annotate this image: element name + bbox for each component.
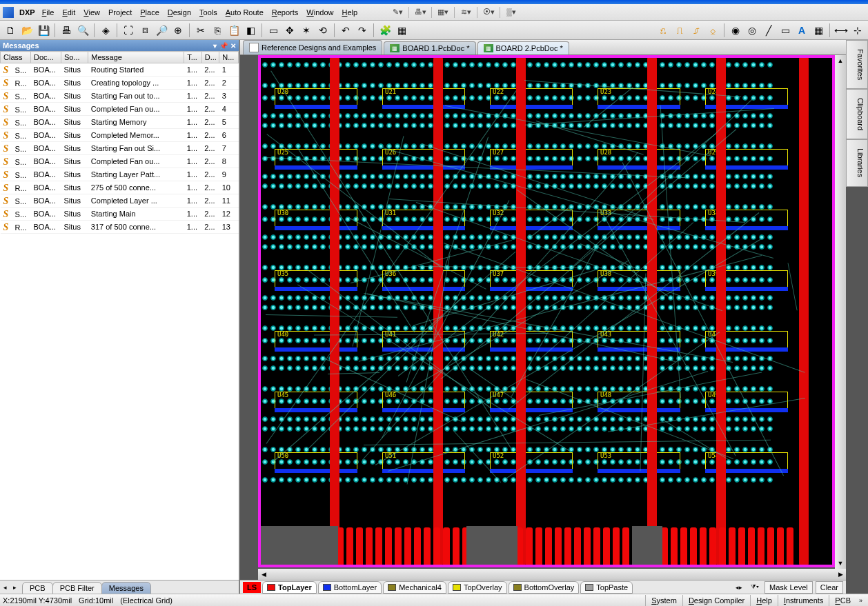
msg-header-2[interactable]: So... bbox=[61, 52, 88, 63]
qt-grid-icon[interactable]: ▒▾ bbox=[504, 6, 518, 19]
tool-array-icon[interactable]: ▦ bbox=[811, 23, 826, 38]
message-row[interactable]: S S...BOA...SitusStarting Main1...2...12 bbox=[1, 208, 239, 221]
tool-zoomin-icon[interactable]: ⊕ bbox=[170, 23, 186, 38]
pcb-viewport[interactable]: U20U21U22U23U24U25U26U27U28U29U30U31U32U… bbox=[240, 55, 846, 569]
menu-view[interactable]: View bbox=[79, 6, 104, 19]
tool-trace3-icon[interactable]: ⎎ bbox=[689, 23, 704, 38]
tool-trace4-icon[interactable]: ⎐ bbox=[705, 23, 720, 38]
scroll-left-icon[interactable]: ◀ bbox=[258, 569, 269, 580]
rpane-clipboard[interactable]: Clipboard bbox=[846, 89, 868, 139]
tool-preview-icon[interactable]: 🔍 bbox=[75, 23, 90, 38]
qt-print-icon[interactable]: 🖶▾ bbox=[413, 6, 427, 19]
menu-window[interactable]: Window bbox=[302, 6, 337, 19]
panel-menu-icon[interactable]: ▾ bbox=[213, 42, 217, 50]
rpane-favorites[interactable]: Favorites bbox=[846, 40, 868, 89]
vertical-scrollbar[interactable]: ▲ ▼ bbox=[835, 55, 846, 569]
tool-print-icon[interactable]: 🖶 bbox=[59, 23, 74, 38]
tool-dim-icon[interactable]: ⟷ bbox=[834, 23, 849, 38]
scroll-right-icon[interactable]: ▶ bbox=[835, 569, 846, 580]
rpane-libraries[interactable]: Libraries bbox=[846, 139, 868, 186]
tool-copy-icon[interactable]: ⎘ bbox=[210, 23, 225, 38]
menu-reports[interactable]: Reports bbox=[268, 6, 303, 19]
clear-button[interactable]: Clear bbox=[816, 581, 843, 594]
layer-tab-toppaste[interactable]: TopPaste bbox=[580, 581, 633, 594]
message-row[interactable]: S S...BOA...SitusStarting Layer Patt...1… bbox=[1, 168, 239, 181]
sidebar-tab-pcbfilter[interactable]: PCB Filter bbox=[52, 582, 102, 594]
tool-select-rect-icon[interactable]: ▭ bbox=[266, 23, 281, 38]
message-row[interactable]: S R...BOA...SitusCreating topology ...1.… bbox=[1, 77, 239, 90]
msg-header-4[interactable]: T... bbox=[184, 52, 201, 63]
tool-origin-icon[interactable]: ⊹ bbox=[850, 23, 865, 38]
status-tab-help[interactable]: Help bbox=[750, 595, 778, 606]
layertab-opts-icon[interactable]: ⧩▾ bbox=[748, 583, 762, 591]
menu-autoroute[interactable]: Auto Route bbox=[221, 6, 268, 19]
message-row[interactable]: S S...BOA...SitusStarting Fan out Si...1… bbox=[1, 142, 239, 155]
status-tab-system[interactable]: System bbox=[645, 595, 682, 606]
message-row[interactable]: S R...BOA...Situs317 of 500 conne...1...… bbox=[1, 221, 239, 234]
layer-tab-toplayer[interactable]: TopLayer bbox=[262, 581, 317, 594]
panel-pin-icon[interactable]: 📌 bbox=[219, 42, 228, 50]
tool-layers2-icon[interactable]: ◈ bbox=[98, 23, 113, 38]
tool-cut-icon[interactable]: ✂ bbox=[193, 23, 208, 38]
tool-clear-icon[interactable]: ⟲ bbox=[315, 23, 331, 38]
tool-save-icon[interactable]: 💾 bbox=[36, 23, 51, 38]
tool-pad-icon[interactable]: ◉ bbox=[728, 23, 743, 38]
message-row[interactable]: S S...BOA...SitusStarting Memory1...2...… bbox=[1, 116, 239, 129]
qt-route-icon[interactable]: ≋▾ bbox=[459, 6, 473, 19]
layer-tab-mechanical4[interactable]: Mechanical4 bbox=[383, 581, 446, 594]
tool-zoomfit-icon[interactable]: 🔎 bbox=[154, 23, 169, 38]
sidetab-right-icon[interactable]: ▸ bbox=[10, 583, 19, 592]
message-row[interactable]: S S...BOA...SitusCompleted Fan ou...1...… bbox=[1, 155, 239, 168]
message-row[interactable]: S R...BOA...Situs275 of 500 conne...1...… bbox=[1, 181, 239, 194]
tool-browse-icon[interactable]: 🧩 bbox=[377, 23, 393, 38]
tool-zoomarea-icon[interactable]: ⧈ bbox=[137, 23, 152, 38]
tool-undo-icon[interactable]: ↶ bbox=[338, 23, 353, 38]
msg-header-6[interactable]: N... bbox=[219, 52, 239, 63]
horizontal-scrollbar[interactable]: ◀ ▶ bbox=[258, 569, 846, 580]
doc-tab-refdesigns[interactable]: Reference Designs and Examples bbox=[243, 40, 382, 54]
message-row[interactable]: S S...BOA...SitusStarting Fan out to...1… bbox=[1, 90, 239, 103]
qt-layers-icon[interactable]: ▦▾ bbox=[436, 6, 450, 19]
tool-new-icon[interactable]: 🗋 bbox=[3, 23, 18, 38]
pcb-canvas[interactable]: U20U21U22U23U24U25U26U27U28U29U30U31U32U… bbox=[258, 55, 835, 567]
messages-table[interactable]: ClassDoc...So...MessageT...D...N... S S.… bbox=[0, 51, 239, 580]
layer-tab-bottomoverlay[interactable]: BottomOverlay bbox=[509, 581, 580, 594]
tool-desel-icon[interactable]: ✶ bbox=[299, 23, 314, 38]
scroll-up-icon[interactable]: ▲ bbox=[835, 55, 846, 66]
layer-tab-bottomlayer[interactable]: BottomLayer bbox=[318, 581, 382, 594]
tool-components-icon[interactable]: ▦ bbox=[394, 23, 409, 38]
tool-stamp-icon[interactable]: ◧ bbox=[243, 23, 258, 38]
msg-header-0[interactable]: Class bbox=[1, 52, 31, 63]
mask-level-button[interactable]: Mask Level bbox=[765, 581, 813, 594]
doc-tab-board1[interactable]: ▦BOARD 1.PcbDoc * bbox=[384, 41, 475, 54]
tool-zoomsel-icon[interactable]: ⛶ bbox=[121, 23, 136, 38]
menu-file[interactable]: File bbox=[38, 6, 59, 19]
message-row[interactable]: S S...BOA...SitusRouting Started1...2...… bbox=[1, 63, 239, 77]
qt-target-icon[interactable]: ⦿▾ bbox=[482, 6, 495, 19]
menu-help[interactable]: Help bbox=[337, 6, 362, 19]
menu-tools[interactable]: Tools bbox=[195, 6, 221, 19]
tool-open-icon[interactable]: 📂 bbox=[19, 23, 34, 38]
msg-header-3[interactable]: Message bbox=[88, 52, 184, 63]
msg-header-1[interactable]: Doc... bbox=[30, 52, 61, 63]
sidebar-tab-messages[interactable]: Messages bbox=[101, 582, 151, 594]
tool-move-icon[interactable]: ✥ bbox=[282, 23, 297, 38]
tool-redo-icon[interactable]: ↷ bbox=[355, 23, 370, 38]
panel-close-icon[interactable]: ✕ bbox=[230, 42, 236, 50]
status-more-icon[interactable]: » bbox=[856, 597, 865, 604]
menu-project[interactable]: Project bbox=[104, 6, 136, 19]
qt-brush-icon[interactable]: ✎▾ bbox=[391, 6, 404, 19]
tool-paste-icon[interactable]: 📋 bbox=[226, 23, 241, 38]
tool-rect2-icon[interactable]: ▭ bbox=[778, 23, 793, 38]
sidetab-left-icon[interactable]: ◂ bbox=[0, 583, 10, 592]
layer-set-indicator[interactable]: LS bbox=[243, 582, 261, 593]
tool-trace2-icon[interactable]: ⎍ bbox=[672, 23, 687, 38]
scroll-down-icon[interactable]: ▼ bbox=[835, 558, 846, 569]
tool-text-icon[interactable]: A bbox=[794, 23, 809, 38]
layertab-left-icon[interactable]: ◂▸ bbox=[733, 584, 745, 591]
sidebar-tab-pcb[interactable]: PCB bbox=[22, 582, 53, 594]
tool-line-icon[interactable]: ╱ bbox=[761, 23, 776, 38]
message-row[interactable]: S S...BOA...SitusCompleted Fan ou...1...… bbox=[1, 103, 239, 116]
message-row[interactable]: S S...BOA...SitusCompleted Layer ...1...… bbox=[1, 194, 239, 208]
menu-place[interactable]: Place bbox=[136, 6, 164, 19]
